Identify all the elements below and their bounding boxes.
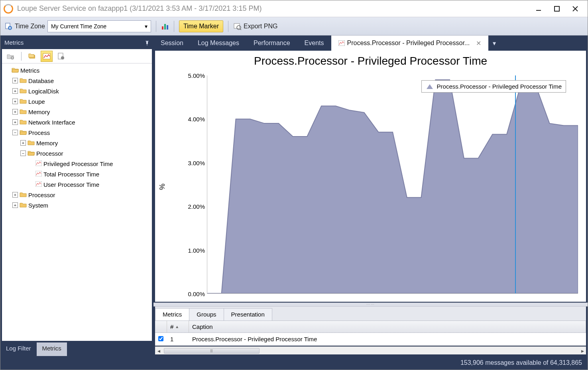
detail-tabs: Metrics Groups Presentation	[155, 307, 586, 321]
row-num: 1	[167, 336, 189, 342]
ytick: 5.00%	[183, 72, 205, 79]
tree-item-network-interface[interactable]: +Network Interface	[4, 117, 149, 127]
ytick: 4.00%	[183, 116, 205, 123]
folder-icon	[20, 192, 27, 198]
expand-toggle[interactable]: +	[12, 202, 18, 208]
tab-metrics[interactable]: Metrics	[37, 342, 67, 356]
svg-rect-10	[167, 25, 168, 30]
grid-row[interactable]: 1 Process.Processor - Privileged Process…	[155, 333, 586, 346]
expand-toggle[interactable]: +	[12, 109, 18, 115]
chevron-down-icon: ▾	[145, 23, 147, 30]
tree-item-loupe[interactable]: +Loupe	[4, 96, 149, 107]
tree-item-database[interactable]: +Database	[4, 75, 149, 86]
chart-icon	[35, 171, 42, 178]
tree-leaf-total-processor-time[interactable]: Total Processor Time	[4, 169, 149, 179]
expand-toggle[interactable]: +	[12, 88, 18, 94]
page-gear-button[interactable]	[55, 51, 67, 62]
scroll-left[interactable]: ◂	[155, 348, 162, 354]
svg-rect-8	[162, 26, 163, 30]
svg-marker-27	[427, 84, 433, 89]
expand-toggle[interactable]: +	[12, 78, 18, 83]
detail-tab-metrics[interactable]: Metrics	[155, 308, 189, 321]
sidebar-tabs: Log Filter Metrics	[0, 342, 153, 356]
export-png-icon	[233, 22, 241, 30]
tabs-menu-button[interactable]: ▾	[488, 36, 500, 51]
detail-tab-groups[interactable]: Groups	[189, 308, 224, 321]
status-message: 153,906 messages available of 64,313,865	[460, 359, 582, 366]
col-caption[interactable]: Caption	[189, 321, 586, 332]
tree-item-memory[interactable]: +Memory	[4, 107, 149, 117]
expand-toggle[interactable]: −	[20, 150, 26, 156]
folder-icon	[28, 150, 35, 157]
tree-item-process[interactable]: −Process	[4, 127, 149, 138]
row-checkbox[interactable]	[158, 336, 163, 341]
tree-item-processor[interactable]: +Processor	[4, 190, 149, 200]
splitter[interactable]: ⋯⋯	[153, 303, 588, 307]
tree-item-process-memory[interactable]: +Memory	[4, 138, 149, 148]
folder-icon	[20, 77, 27, 84]
svg-point-22	[61, 56, 64, 59]
detail-grid: #▲ Caption 1 Process.Processor - Privile…	[155, 321, 586, 346]
folder-icon	[20, 98, 27, 105]
tree-root[interactable]: Metrics	[4, 65, 149, 75]
close-button[interactable]	[566, 2, 584, 15]
expand-toggle[interactable]: +	[12, 192, 18, 198]
metrics-tree: Metrics+Database+LogicalDisk+Loupe+Memor…	[2, 63, 152, 212]
ytick: 3.00%	[183, 159, 205, 166]
ytick: 1.00%	[183, 247, 205, 253]
export-png-button[interactable]: Export PNG	[244, 23, 277, 30]
tree-leaf-user-processor-time[interactable]: User Processor Time	[4, 179, 149, 190]
time-marker-line[interactable]	[515, 75, 516, 293]
chart-icon	[35, 160, 42, 167]
titlebar: Loupe Server Service on fazappp1 (3/11/2…	[0, 0, 588, 17]
col-check[interactable]	[155, 321, 167, 332]
sidebar-header: Metrics	[0, 36, 153, 49]
folder-icon	[20, 119, 27, 126]
tree-item-system[interactable]: +System	[4, 200, 149, 210]
svg-line-13	[240, 29, 241, 30]
horizontal-scrollbar[interactable]: ◂ ▸	[155, 346, 586, 354]
close-tab-icon[interactable]: ✕	[476, 40, 481, 47]
detail-tab-presentation[interactable]: Presentation	[224, 308, 272, 321]
expand-toggle[interactable]: −	[12, 130, 18, 135]
col-num[interactable]: #▲	[167, 321, 189, 332]
chart-plot[interactable]: Process.Processor - Privileged Processor…	[207, 75, 578, 294]
tab-log-filter[interactable]: Log Filter	[0, 342, 37, 356]
expand-toggle[interactable]: +	[20, 140, 26, 146]
tab-performance[interactable]: Performance	[246, 36, 297, 51]
chart-ylabel: %	[158, 183, 167, 190]
page-add-icon[interactable]	[4, 22, 12, 30]
tree-leaf-privileged-processor-time[interactable]: Privileged Processor Time	[4, 158, 149, 169]
tree-item-process-processor[interactable]: −Processor	[4, 148, 149, 158]
folder-icon	[28, 140, 35, 146]
expand-toggle[interactable]: +	[12, 119, 18, 125]
expand-toggle[interactable]: +	[12, 99, 18, 104]
tree-item-logicaldisk[interactable]: +LogicalDisk	[4, 86, 149, 96]
folder-icon	[20, 109, 27, 115]
time-marker-button[interactable]: Time Marker	[179, 20, 223, 32]
add-folder-button[interactable]	[4, 51, 16, 62]
ytick: 2.00%	[183, 203, 205, 210]
scroll-thumb[interactable]	[164, 348, 260, 354]
folders-button[interactable]	[26, 51, 38, 62]
folder-icon	[20, 129, 27, 136]
chart-area: Process.Processor - Privileged Processor…	[155, 51, 586, 302]
chart-bars-icon[interactable]	[161, 22, 169, 30]
svg-rect-0	[536, 10, 541, 11]
chart-view-button[interactable]	[41, 51, 53, 62]
time-zone-select[interactable]: My Current Time Zone ▾	[47, 20, 151, 32]
tab-active-metric[interactable]: Process.Processor - Privileged Processor…	[331, 36, 489, 51]
svg-rect-14	[146, 41, 148, 44]
chart-icon	[35, 181, 42, 188]
svg-rect-9	[164, 24, 166, 30]
minimize-button[interactable]	[529, 2, 548, 15]
tab-session[interactable]: Session	[153, 36, 191, 51]
sidebar-title: Metrics	[4, 39, 24, 46]
tab-log-messages[interactable]: Log Messages	[191, 36, 246, 51]
svg-rect-1	[555, 6, 559, 11]
pin-icon[interactable]	[145, 40, 149, 45]
sort-asc-icon: ▲	[175, 324, 179, 329]
scroll-right[interactable]: ▸	[579, 348, 586, 354]
tab-events[interactable]: Events	[297, 36, 331, 51]
maximize-button[interactable]	[548, 2, 566, 15]
